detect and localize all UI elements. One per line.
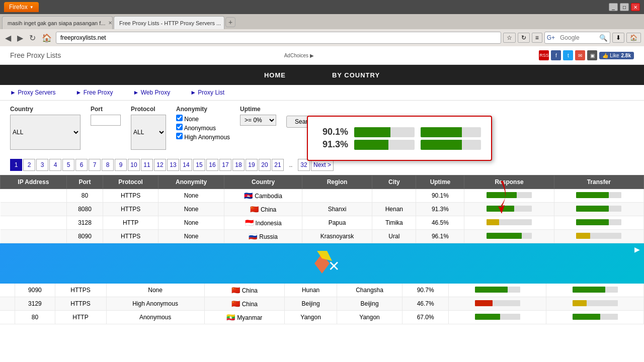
proxy-list-link[interactable]: ► Proxy List (190, 89, 224, 96)
cell-transfer (554, 230, 643, 243)
protocol-select[interactable]: ALL HTTP HTTPS (131, 115, 166, 150)
back-button[interactable]: ◀ (3, 32, 13, 44)
facebook-icon[interactable]: f (551, 50, 561, 60)
cell-port: 3128 (66, 216, 103, 230)
page-btn-8[interactable]: 8 (102, 159, 114, 171)
rss-icon[interactable]: RSS (539, 50, 549, 60)
site-logo: Free Proxy Lists (10, 51, 61, 59)
ad-close-button[interactable]: ▶ (634, 245, 640, 253)
search-nav-button[interactable]: 🔍 (599, 34, 608, 42)
proxy-servers-link[interactable]: ► Proxy Servers (10, 89, 56, 96)
cell-uptime: 46.5% (416, 216, 464, 230)
nav-home[interactable]: HOME (256, 67, 294, 83)
anon-none-check[interactable]: None (176, 115, 230, 123)
download-button[interactable]: ⬇ (612, 33, 624, 43)
page-btn-18[interactable]: 18 (232, 159, 245, 171)
cell-region: Papua (302, 216, 372, 230)
page-btn-6[interactable]: 6 (75, 159, 88, 171)
tab-close-icon-2[interactable]: ✕ (224, 20, 224, 26)
bar-transfer-2 (421, 140, 481, 150)
page-btn-17[interactable]: 17 (219, 159, 231, 171)
red-arrow (491, 181, 516, 223)
page-btn-15[interactable]: 15 (193, 159, 205, 171)
cell-response (449, 297, 546, 311)
page-btn-4[interactable]: 4 (49, 159, 61, 171)
uptime-select[interactable]: >= 0% >= 50% >= 75% >= 90% (240, 115, 276, 126)
new-tab-button[interactable]: + (225, 17, 235, 27)
free-proxy-link[interactable]: ► Free Proxy (76, 89, 113, 96)
fb-like[interactable]: 👍 Like 2.8k (599, 52, 634, 59)
page-btn-19[interactable]: 19 (246, 159, 258, 171)
table-row: 80 HTTPS None 🇰🇭Cambodia 90.1% (1, 189, 644, 203)
cell-region: Beijing (285, 297, 337, 311)
anon-high-check[interactable]: High Anonymous (176, 133, 230, 141)
page-content: Free Proxy Lists AdChoices ▶ RSS f t ✉ ▣… (0, 46, 644, 362)
cell-uptime: 91.3% (416, 203, 464, 216)
menu-button[interactable]: ≡ (532, 33, 542, 43)
uptime-label: Uptime (240, 106, 276, 113)
tab-close-icon[interactable]: ✕ (108, 20, 112, 26)
page-btn-7[interactable]: 7 (89, 159, 101, 171)
home-nav-button[interactable]: 🏠 (626, 33, 641, 43)
cell-ip (0, 297, 15, 311)
cell-transfer (546, 311, 644, 324)
page-btn-11[interactable]: 11 (141, 159, 153, 171)
rss-icon-2[interactable]: ▣ (587, 50, 597, 60)
minimize-button[interactable]: _ (609, 3, 618, 11)
reload-button-2[interactable]: ↻ (518, 33, 530, 43)
web-proxy-link[interactable]: ► Web Proxy (133, 89, 170, 96)
th-port: Port (66, 175, 103, 189)
maximize-button[interactable]: □ (620, 3, 629, 11)
bookmark-star[interactable]: ☆ (503, 33, 516, 43)
proxy-table: IP Address Port Protocol Anonymity Count… (0, 175, 644, 243)
cell-country: 🇰🇭Cambodia (224, 189, 302, 203)
protocol-label: Protocol (131, 106, 166, 113)
port-input[interactable] (91, 115, 121, 126)
close-button[interactable]: ✕ (631, 3, 640, 11)
page-btn-20[interactable]: 20 (259, 159, 271, 171)
page-btn-13[interactable]: 13 (167, 159, 179, 171)
tab-1[interactable]: masih inget gak gan siapa pasangan f... … (2, 16, 113, 29)
pagination-dots: .. (285, 159, 297, 171)
cell-port: 8090 (66, 230, 103, 243)
google-plus-icon: G+ (547, 34, 555, 41)
page-btn-21[interactable]: 21 (272, 159, 284, 171)
table-row: 8090 HTTPS None 🇷🇺Russia Krasnoyarsk Ura… (1, 230, 644, 243)
page-btn-2[interactable]: 2 (23, 159, 35, 171)
cell-protocol: HTTP (103, 216, 158, 230)
home-button[interactable]: 🏠 (40, 32, 54, 44)
reload-button[interactable]: ↻ (27, 32, 38, 44)
cell-city: Beijing (337, 297, 403, 311)
cell-anonymity: None (158, 216, 224, 230)
cell-protocol: HTTPS (55, 284, 106, 297)
bar-response-2 (354, 140, 415, 150)
cell-anonymity: Anonymous (106, 311, 204, 324)
cell-protocol: HTTP (55, 311, 106, 324)
th-country: Country (224, 175, 302, 189)
forward-button[interactable]: ▶ (15, 32, 25, 44)
country-select[interactable]: ALL Albania Argentina Armenia Austria (10, 115, 80, 150)
nav-by-country[interactable]: BY COUNTRY (324, 67, 388, 83)
twitter-icon[interactable]: t (563, 50, 573, 60)
nav-bar: ◀ ▶ ↻ 🏠 ☆ ↻ ≡ G+ 🔍 ⬇ 🏠 (0, 29, 644, 46)
cell-response (449, 284, 546, 297)
page-btn-1[interactable]: 1 (10, 159, 22, 171)
page-btn-10[interactable]: 10 (128, 159, 140, 171)
search-box-nav[interactable] (557, 33, 597, 43)
tab-2[interactable]: Free Proxy Lists - HTTP Proxy Servers ..… (114, 16, 224, 29)
cell-country: 🇨🇳China (204, 297, 284, 311)
page-btn-5[interactable]: 5 (62, 159, 74, 171)
cell-region (302, 189, 372, 203)
cell-region: Hunan (285, 284, 337, 297)
anon-anon-check[interactable]: Anonymous (176, 124, 230, 132)
page-btn-14[interactable]: 14 (180, 159, 192, 171)
page-btn-12[interactable]: 12 (154, 159, 166, 171)
tab-bar: masih inget gak gan siapa pasangan f... … (0, 14, 644, 29)
address-bar[interactable] (56, 32, 501, 44)
page-btn-9[interactable]: 9 (115, 159, 127, 171)
page-btn-3[interactable]: 3 (36, 159, 48, 171)
firefox-menu-button[interactable]: Firefox ▼ (4, 2, 39, 12)
nav-links: ► Proxy Servers ► Free Proxy ► Web Proxy… (0, 85, 644, 101)
page-btn-16[interactable]: 16 (206, 159, 218, 171)
email-icon[interactable]: ✉ (575, 50, 585, 60)
